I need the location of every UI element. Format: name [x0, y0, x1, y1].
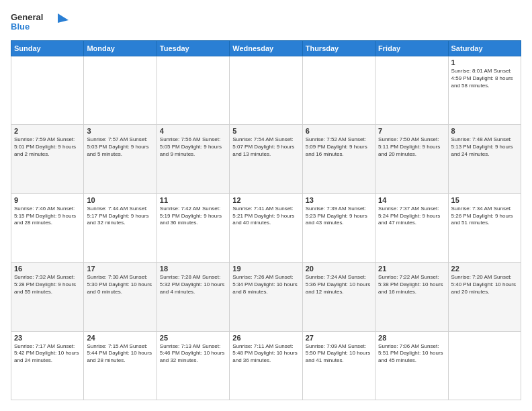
calendar-cell: 8Sunrise: 7:48 AM Sunset: 5:13 PM Daylig…	[448, 125, 521, 193]
day-number: 24	[87, 334, 153, 342]
calendar-week-row: 23Sunrise: 7:17 AM Sunset: 5:42 PM Dayli…	[11, 331, 521, 400]
calendar-cell: 10Sunrise: 7:44 AM Sunset: 5:17 PM Dayli…	[84, 193, 157, 262]
day-info: Sunrise: 7:46 AM Sunset: 5:15 PM Dayligh…	[14, 205, 81, 227]
day-info: Sunrise: 7:37 AM Sunset: 5:24 PM Dayligh…	[378, 205, 445, 227]
calendar-week-row: 16Sunrise: 7:32 AM Sunset: 5:28 PM Dayli…	[11, 263, 521, 331]
svg-text:General: General	[11, 12, 43, 22]
calendar-week-row: 2Sunrise: 7:59 AM Sunset: 5:01 PM Daylig…	[11, 125, 521, 193]
calendar-cell: 2Sunrise: 7:59 AM Sunset: 5:01 PM Daylig…	[11, 125, 84, 193]
calendar-cell: 23Sunrise: 7:17 AM Sunset: 5:42 PM Dayli…	[11, 331, 84, 400]
calendar-header-row: SundayMondayTuesdayWednesdayThursdayFrid…	[11, 41, 521, 56]
calendar-cell: 28Sunrise: 7:06 AM Sunset: 5:51 PM Dayli…	[375, 331, 448, 400]
calendar-cell: 26Sunrise: 7:11 AM Sunset: 5:48 PM Dayli…	[230, 331, 302, 400]
calendar-header-wednesday: Wednesday	[230, 41, 302, 56]
day-info: Sunrise: 7:09 AM Sunset: 5:50 PM Dayligh…	[306, 343, 372, 365]
day-number: 11	[160, 196, 226, 204]
header: GeneralBlue	[11, 11, 521, 35]
calendar-header-friday: Friday	[375, 41, 448, 56]
calendar-header-thursday: Thursday	[302, 41, 375, 56]
day-number: 22	[451, 265, 518, 273]
calendar-cell: 18Sunrise: 7:28 AM Sunset: 5:32 PM Dayli…	[157, 263, 229, 331]
svg-text:Blue: Blue	[11, 21, 30, 32]
day-info: Sunrise: 7:44 AM Sunset: 5:17 PM Dayligh…	[87, 205, 153, 227]
calendar-cell: 3Sunrise: 7:57 AM Sunset: 5:03 PM Daylig…	[84, 125, 157, 193]
calendar-cell: 6Sunrise: 7:52 AM Sunset: 5:09 PM Daylig…	[302, 125, 375, 193]
calendar-cell: 15Sunrise: 7:34 AM Sunset: 5:26 PM Dayli…	[448, 193, 521, 262]
day-number: 18	[160, 265, 226, 273]
day-number: 3	[87, 127, 153, 135]
day-info: Sunrise: 7:11 AM Sunset: 5:48 PM Dayligh…	[232, 343, 299, 365]
day-number: 7	[378, 127, 445, 135]
day-info: Sunrise: 7:32 AM Sunset: 5:28 PM Dayligh…	[14, 274, 81, 295]
calendar-cell: 5Sunrise: 7:54 AM Sunset: 5:07 PM Daylig…	[230, 125, 302, 193]
day-info: Sunrise: 7:24 AM Sunset: 5:36 PM Dayligh…	[306, 274, 372, 295]
calendar-cell: 1Sunrise: 8:01 AM Sunset: 4:59 PM Daylig…	[448, 56, 521, 125]
calendar-cell: 20Sunrise: 7:24 AM Sunset: 5:36 PM Dayli…	[302, 263, 375, 331]
day-number: 26	[232, 334, 299, 342]
day-number: 12	[232, 196, 299, 204]
calendar-header-sunday: Sunday	[11, 41, 84, 56]
svg-marker-0	[58, 13, 69, 23]
calendar-table: SundayMondayTuesdayWednesdayThursdayFrid…	[11, 40, 521, 400]
day-number: 10	[87, 196, 153, 204]
day-number: 1	[451, 58, 518, 66]
day-info: Sunrise: 7:20 AM Sunset: 5:40 PM Dayligh…	[451, 274, 518, 295]
calendar-header-saturday: Saturday	[448, 41, 521, 56]
day-info: Sunrise: 7:57 AM Sunset: 5:03 PM Dayligh…	[87, 136, 153, 158]
logo: GeneralBlue	[11, 11, 71, 35]
day-info: Sunrise: 8:01 AM Sunset: 4:59 PM Dayligh…	[451, 68, 518, 89]
day-number: 6	[306, 127, 372, 135]
calendar-cell: 22Sunrise: 7:20 AM Sunset: 5:40 PM Dayli…	[448, 263, 521, 331]
day-info: Sunrise: 7:26 AM Sunset: 5:34 PM Dayligh…	[232, 274, 299, 295]
day-info: Sunrise: 7:54 AM Sunset: 5:07 PM Dayligh…	[232, 136, 299, 158]
day-info: Sunrise: 7:52 AM Sunset: 5:09 PM Dayligh…	[306, 136, 372, 158]
calendar-cell: 9Sunrise: 7:46 AM Sunset: 5:15 PM Daylig…	[11, 193, 84, 262]
day-number: 13	[306, 196, 372, 204]
day-number: 20	[306, 265, 372, 273]
day-number: 8	[451, 127, 518, 135]
day-info: Sunrise: 7:06 AM Sunset: 5:51 PM Dayligh…	[378, 343, 445, 365]
calendar-cell: 11Sunrise: 7:42 AM Sunset: 5:19 PM Dayli…	[157, 193, 229, 262]
day-number: 17	[87, 265, 153, 273]
calendar-cell	[230, 56, 302, 125]
calendar-cell: 25Sunrise: 7:13 AM Sunset: 5:46 PM Dayli…	[157, 331, 229, 400]
calendar-cell: 21Sunrise: 7:22 AM Sunset: 5:38 PM Dayli…	[375, 263, 448, 331]
calendar-cell: 4Sunrise: 7:56 AM Sunset: 5:05 PM Daylig…	[157, 125, 229, 193]
calendar-cell	[157, 56, 229, 125]
day-info: Sunrise: 7:42 AM Sunset: 5:19 PM Dayligh…	[160, 205, 226, 227]
day-info: Sunrise: 7:17 AM Sunset: 5:42 PM Dayligh…	[14, 343, 81, 365]
day-number: 15	[451, 196, 518, 204]
day-number: 16	[14, 265, 81, 273]
calendar-cell	[448, 331, 521, 400]
day-number: 27	[306, 334, 372, 342]
day-number: 21	[378, 265, 445, 273]
calendar-cell: 24Sunrise: 7:15 AM Sunset: 5:44 PM Dayli…	[84, 331, 157, 400]
day-info: Sunrise: 7:59 AM Sunset: 5:01 PM Dayligh…	[14, 136, 81, 158]
calendar-week-row: 1Sunrise: 8:01 AM Sunset: 4:59 PM Daylig…	[11, 56, 521, 125]
day-info: Sunrise: 7:41 AM Sunset: 5:21 PM Dayligh…	[232, 205, 299, 227]
calendar-cell	[302, 56, 375, 125]
day-number: 2	[14, 127, 81, 135]
logo-svg: GeneralBlue	[11, 11, 71, 35]
day-number: 28	[378, 334, 445, 342]
calendar-cell: 7Sunrise: 7:50 AM Sunset: 5:11 PM Daylig…	[375, 125, 448, 193]
calendar-cell: 19Sunrise: 7:26 AM Sunset: 5:34 PM Dayli…	[230, 263, 302, 331]
day-info: Sunrise: 7:48 AM Sunset: 5:13 PM Dayligh…	[451, 136, 518, 158]
day-info: Sunrise: 7:34 AM Sunset: 5:26 PM Dayligh…	[451, 205, 518, 227]
day-info: Sunrise: 7:28 AM Sunset: 5:32 PM Dayligh…	[160, 274, 226, 295]
calendar-cell: 16Sunrise: 7:32 AM Sunset: 5:28 PM Dayli…	[11, 263, 84, 331]
day-info: Sunrise: 7:39 AM Sunset: 5:23 PM Dayligh…	[306, 205, 372, 227]
day-number: 5	[232, 127, 299, 135]
calendar-cell: 13Sunrise: 7:39 AM Sunset: 5:23 PM Dayli…	[302, 193, 375, 262]
day-number: 23	[14, 334, 81, 342]
day-number: 25	[160, 334, 226, 342]
page: GeneralBlue SundayMondayTuesdayWednesday…	[0, 0, 532, 411]
calendar-cell: 12Sunrise: 7:41 AM Sunset: 5:21 PM Dayli…	[230, 193, 302, 262]
day-number: 4	[160, 127, 226, 135]
calendar-cell	[84, 56, 157, 125]
day-info: Sunrise: 7:30 AM Sunset: 5:30 PM Dayligh…	[87, 274, 153, 295]
calendar-cell: 14Sunrise: 7:37 AM Sunset: 5:24 PM Dayli…	[375, 193, 448, 262]
calendar-cell	[11, 56, 84, 125]
day-info: Sunrise: 7:50 AM Sunset: 5:11 PM Dayligh…	[378, 136, 445, 158]
day-info: Sunrise: 7:56 AM Sunset: 5:05 PM Dayligh…	[160, 136, 226, 158]
